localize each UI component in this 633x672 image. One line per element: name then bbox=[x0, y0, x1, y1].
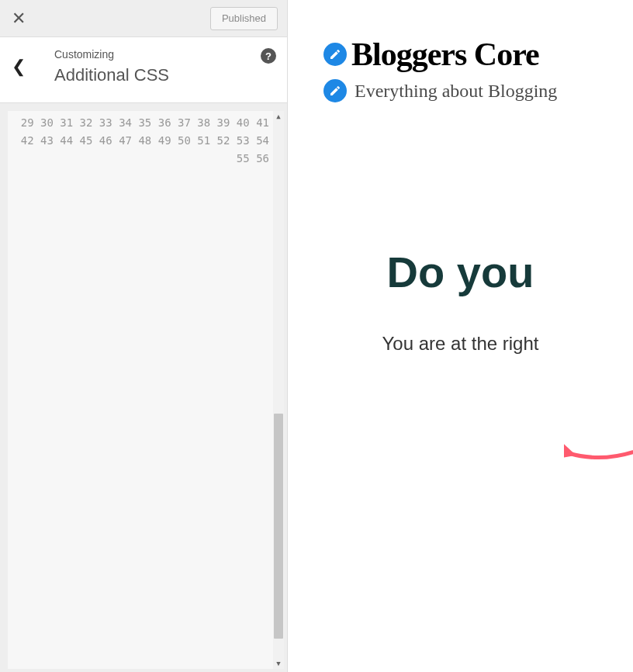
scroll-down-icon[interactable]: ▼ bbox=[273, 658, 284, 669]
pencil-icon bbox=[323, 43, 347, 66]
chevron-left-icon: ❮ bbox=[12, 57, 26, 77]
panel-supertitle: Customizing bbox=[54, 48, 276, 61]
site-header: Bloggers Core Everything about Blogging bbox=[288, 0, 633, 130]
publish-label: Published bbox=[222, 12, 266, 24]
scroll-thumb[interactable] bbox=[274, 414, 283, 639]
scroll-up-icon[interactable]: ▲ bbox=[273, 111, 284, 122]
css-editor[interactable]: 29 30 31 32 33 34 35 36 37 38 39 40 41 4… bbox=[8, 111, 284, 669]
site-title: Bloggers Core bbox=[351, 36, 539, 73]
help-icon: ? bbox=[265, 50, 272, 62]
annotation-arrow-icon bbox=[564, 435, 633, 473]
panel-title: Additional CSS bbox=[54, 65, 276, 85]
panel-topbar: ✕ Published bbox=[0, 0, 287, 37]
hero-subtext: You are at the right bbox=[288, 333, 633, 355]
back-button[interactable]: ❮ bbox=[0, 48, 37, 85]
pencil-icon bbox=[323, 79, 347, 102]
close-button[interactable]: ✕ bbox=[0, 0, 37, 37]
close-icon: ✕ bbox=[12, 9, 26, 29]
customizer-panel: ✕ Published ❮ Customizing Additional CSS… bbox=[0, 0, 288, 672]
editor-container: 29 30 31 32 33 34 35 36 37 38 39 40 41 4… bbox=[0, 103, 287, 672]
line-gutter: 29 30 31 32 33 34 35 36 37 38 39 40 41 4… bbox=[8, 111, 275, 669]
help-button[interactable]: ? bbox=[261, 48, 276, 64]
hero: Do you You are at the right bbox=[288, 130, 633, 355]
hero-heading: Do you bbox=[288, 247, 633, 297]
site-preview: Bloggers Core Everything about Blogging … bbox=[288, 0, 633, 672]
site-tagline: Everything about Blogging bbox=[355, 81, 557, 102]
panel-header: ❮ Customizing Additional CSS ? bbox=[0, 37, 287, 103]
editor-scrollbar[interactable]: ▲ ▼ bbox=[273, 111, 284, 669]
publish-button[interactable]: Published bbox=[210, 7, 278, 30]
